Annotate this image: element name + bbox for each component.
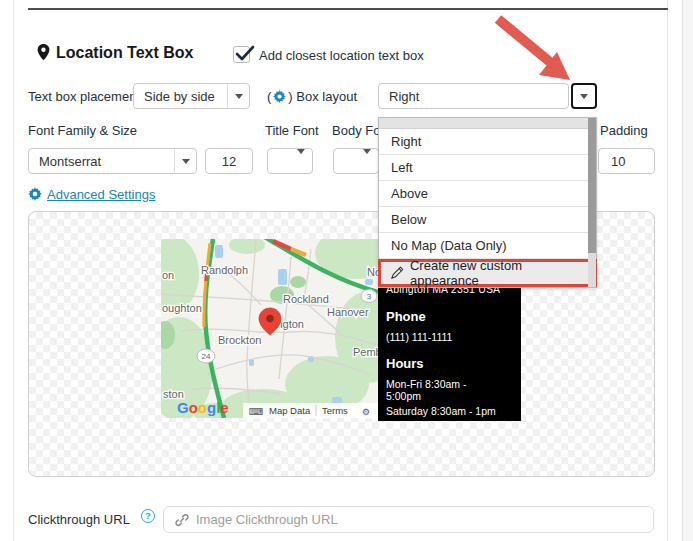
map-town-label: Rockland [283, 293, 329, 305]
map-data-link[interactable]: Map Data [269, 405, 311, 416]
info-hours-line: Mon-Fri 8:30am - [386, 378, 515, 390]
padding-label: Padding [600, 123, 648, 138]
map-town-label: Pemb [353, 346, 378, 358]
map-preview[interactable]: on Randolph oughton Rockland Hanover ing… [161, 239, 378, 418]
page-scrollbar[interactable] [682, 0, 693, 541]
info-phone-value: (111) 111-1111 [386, 331, 515, 343]
dropdown-option-create-custom-appearance[interactable]: Create new custom appearance [378, 259, 597, 287]
info-phone-heading: Phone [386, 309, 515, 324]
annotation-arrow [488, 12, 580, 90]
map-settings-gear-icon[interactable]: ⚙ [362, 407, 370, 417]
clickthrough-input-wrap [163, 506, 654, 533]
dropdown-option-below[interactable]: Below [379, 207, 588, 233]
padding-input[interactable] [598, 148, 655, 174]
panel-right-border [667, 0, 668, 541]
dropdown-option-left[interactable]: Left [379, 155, 588, 181]
title-font-select[interactable] [267, 148, 313, 174]
keyboard-shortcuts-icon[interactable]: ⌨ [249, 406, 263, 417]
clickthrough-label: Clickthrough URL [28, 512, 130, 527]
paren-open: ( [267, 89, 271, 104]
placement-label: Text box placement [28, 89, 140, 104]
info-hours-line: 5:00pm [386, 390, 515, 402]
body-font-label: Body Font [332, 123, 378, 138]
body-font-select[interactable] [333, 148, 379, 174]
advanced-settings-gear-icon[interactable] [28, 187, 42, 201]
add-location-checkbox[interactable] [233, 46, 250, 63]
dropdown-blank-option[interactable] [379, 118, 588, 129]
dropdown-option-above[interactable]: Above [379, 181, 588, 207]
dropdown-option-right[interactable]: Right [379, 129, 588, 155]
placement-value: Side by side [134, 89, 227, 104]
gear-icon[interactable] [273, 90, 286, 103]
box-layout-dropdown: Right Left Above Below No Map (Data Only… [378, 117, 597, 288]
font-family-caret-icon[interactable] [174, 149, 196, 173]
font-family-value: Montserrat [29, 154, 174, 169]
pencil-icon [390, 266, 404, 280]
map-town-label: oughton [162, 302, 202, 314]
dropdown-scrollbar[interactable] [588, 118, 596, 287]
link-icon [175, 513, 189, 527]
terms-link[interactable]: Terms [322, 405, 348, 416]
route-shield-24-label: 24 [202, 352, 211, 361]
font-family-label: Font Family & Size [28, 123, 137, 138]
font-family-select[interactable]: Montserrat [28, 148, 197, 174]
placement-select[interactable]: Side by side [133, 83, 250, 109]
map-town-label: on [162, 269, 174, 281]
advanced-settings-link[interactable]: Advanced Settings [47, 187, 155, 202]
info-hours-line: Saturday 8:30am - 1pm [386, 405, 515, 417]
box-layout-label: ( ) Box layout [267, 89, 357, 104]
map-town-label: No [367, 266, 378, 278]
dropdown-scrollbar-thumb[interactable] [588, 118, 596, 253]
dropdown-option-no-map[interactable]: No Map (Data Only) [379, 233, 588, 259]
paren-close: ) Box layout [288, 89, 357, 104]
info-hours-heading: Hours [386, 356, 515, 371]
location-pin-icon [37, 44, 50, 61]
panel-left-border [13, 0, 14, 541]
google-logo: Google [177, 399, 229, 416]
section-divider [28, 8, 668, 10]
help-icon[interactable]: ? [141, 509, 155, 523]
map-town-label: Brockton [218, 334, 261, 346]
font-size-input[interactable] [205, 148, 253, 174]
map-town-label: Randolph [201, 264, 248, 276]
add-location-checkbox-label: Add closest location text box [259, 48, 424, 63]
box-layout-value: Right [379, 89, 568, 104]
clickthrough-url-input[interactable] [196, 512, 653, 527]
page-title: Location Text Box [56, 44, 194, 62]
location-settings-panel: Location Text Box Add closest location t… [0, 0, 693, 541]
title-font-label: Title Font [265, 123, 319, 138]
create-custom-appearance-label: Create new custom appearance [410, 258, 594, 288]
map-town-label: Hanover [327, 306, 369, 318]
placement-caret-icon[interactable] [227, 84, 249, 108]
route-shield-3-label: 3 [367, 292, 372, 301]
